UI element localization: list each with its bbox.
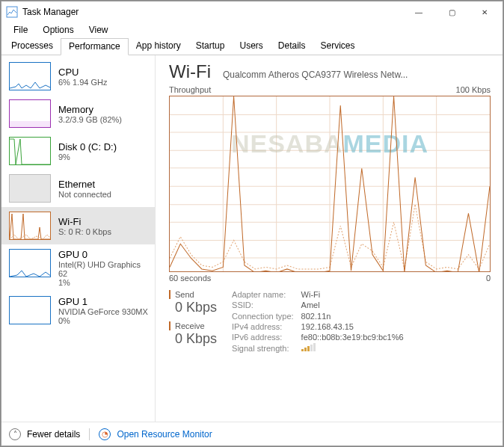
send-value: 0 Kbps: [169, 300, 217, 315]
gpu1-thumb-icon: [9, 296, 51, 324]
sidebar: CPU6% 1.94 GHz Memory3.2/3.9 GB (82%) Di…: [1, 55, 156, 422]
sidebar-item-memory[interactable]: Memory3.2/3.9 GB (82%): [1, 95, 155, 132]
tab-performance[interactable]: Performance: [61, 38, 129, 55]
menu-view[interactable]: View: [82, 25, 116, 35]
sidebar-item-gpu0[interactable]: GPU 0Intel(R) UHD Graphics 62 1%: [1, 244, 155, 292]
prop-ipv4: 192.168.43.15: [301, 322, 404, 331]
tab-processes[interactable]: Processes: [4, 38, 61, 55]
footer: ˄ Fewer details ◔ Open Resource Monitor: [1, 422, 503, 446]
menu-options[interactable]: Options: [35, 25, 81, 35]
tab-details[interactable]: Details: [271, 38, 313, 55]
sidebar-label: Memory: [58, 104, 122, 115]
content: CPU6% 1.94 GHz Memory3.2/3.9 GB (82%) Di…: [1, 55, 503, 422]
main-panel: Wi-Fi Qualcomm Atheros QCA9377 Wireless …: [156, 55, 503, 422]
send-label: Send: [169, 290, 217, 299]
sidebar-item-wifi[interactable]: Wi-FiS: 0 R: 0 Kbps: [1, 207, 155, 244]
sidebar-sub: NVIDIA GeForce 930MX 0%: [58, 307, 148, 325]
sidebar-item-disk0[interactable]: Disk 0 (C: D:)9%: [1, 132, 155, 170]
svg-rect-1: [10, 121, 51, 128]
window-title: Task Manager: [22, 7, 402, 17]
window-controls: — ▢ ✕: [402, 1, 501, 22]
tabbar: Processes Performance App history Startu…: [1, 37, 503, 55]
sidebar-sub: 9%: [58, 152, 117, 161]
open-resmon-link[interactable]: Open Resource Monitor: [117, 429, 212, 440]
titlebar[interactable]: Task Manager — ▢ ✕: [1, 1, 503, 22]
adapter-name-full: Qualcomm Atheros QCA9377 Wireless Netw..…: [223, 70, 491, 80]
sidebar-label: GPU 0: [58, 249, 150, 260]
cpu-thumb-icon: [9, 62, 51, 90]
gpu0-thumb-icon: [9, 249, 51, 277]
receive-label: Receive: [169, 321, 217, 330]
wifi-thumb-icon: [9, 212, 51, 240]
prop-label: IPv4 address:: [232, 322, 294, 331]
graph-footer-right: 0: [486, 274, 491, 283]
task-manager-window: Task Manager — ▢ ✕ File Options View Pro…: [1, 1, 503, 446]
sidebar-sub: Not connected: [58, 190, 111, 199]
graph-label-left: Throughput: [169, 85, 211, 94]
prop-ipv6: fe80::b08b:3e19:bc9:bc1%6: [301, 333, 404, 342]
tab-services[interactable]: Services: [313, 38, 363, 55]
sidebar-item-gpu1[interactable]: GPU 1NVIDIA GeForce 930MX 0%: [1, 292, 155, 330]
sidebar-label: CPU: [58, 67, 107, 78]
sidebar-label: Wi-Fi: [58, 216, 111, 227]
sidebar-label: Ethernet: [58, 179, 111, 190]
prop-label: Adapter name:: [232, 290, 294, 299]
sidebar-item-ethernet[interactable]: EthernetNot connected: [1, 170, 155, 207]
details-panel: Send 0 Kbps Receive 0 Kbps Adapter name:…: [169, 290, 491, 353]
prop-label: SSID:: [232, 300, 294, 309]
graph-label-right: 100 Kbps: [456, 85, 491, 94]
graph-top-labels: Throughput 100 Kbps: [169, 85, 491, 94]
fewer-details-link[interactable]: Fewer details: [27, 429, 80, 440]
sidebar-sub: Intel(R) UHD Graphics 62 1%: [58, 260, 150, 287]
prop-label: Connection type:: [232, 312, 294, 321]
disk-thumb-icon: [9, 137, 51, 165]
graph-bottom-labels: 60 seconds 0: [169, 274, 491, 283]
prop-conn-type: 802.11n: [301, 312, 404, 321]
separator: [89, 428, 90, 440]
sidebar-sub: S: 0 R: 0 Kbps: [58, 227, 111, 236]
receive-value: 0 Kbps: [169, 331, 217, 347]
throughput-graph[interactable]: NESABAMEDIA: [169, 96, 491, 272]
menu-file[interactable]: File: [6, 25, 35, 35]
graph-lines: [170, 96, 490, 272]
main-header: Wi-Fi Qualcomm Atheros QCA9377 Wireless …: [169, 61, 491, 82]
graph-footer-left: 60 seconds: [169, 274, 211, 283]
tab-app-history[interactable]: App history: [129, 38, 188, 55]
sidebar-label: Disk 0 (C: D:): [58, 141, 117, 152]
close-button[interactable]: ✕: [468, 1, 501, 22]
prop-label: Signal strength:: [232, 344, 294, 353]
sidebar-sub: 3.2/3.9 GB (82%): [58, 115, 122, 124]
prop-adapter-name: Wi-Fi: [301, 290, 404, 299]
prop-label: IPv6 address:: [232, 333, 294, 342]
memory-thumb-icon: [9, 99, 51, 128]
maximize-button[interactable]: ▢: [435, 1, 468, 22]
prop-ssid: Amel: [301, 300, 404, 309]
page-title: Wi-Fi: [169, 61, 211, 82]
ethernet-thumb-icon: [9, 174, 51, 203]
menubar: File Options View: [1, 22, 503, 37]
sidebar-label: GPU 1: [58, 296, 148, 307]
tab-startup[interactable]: Startup: [188, 38, 233, 55]
sidebar-item-cpu[interactable]: CPU6% 1.94 GHz: [1, 58, 155, 95]
chevron-up-icon[interactable]: ˄: [9, 428, 21, 440]
signal-strength-icon: [301, 344, 404, 353]
send-receive-block: Send 0 Kbps Receive 0 Kbps: [169, 290, 217, 353]
tab-users[interactable]: Users: [232, 38, 270, 55]
resmon-icon[interactable]: ◔: [99, 428, 111, 440]
task-manager-icon: [6, 6, 18, 18]
minimize-button[interactable]: —: [402, 1, 435, 22]
sidebar-sub: 6% 1.94 GHz: [58, 78, 107, 87]
properties-grid: Adapter name:Wi-Fi SSID:Amel Connection …: [232, 290, 404, 353]
